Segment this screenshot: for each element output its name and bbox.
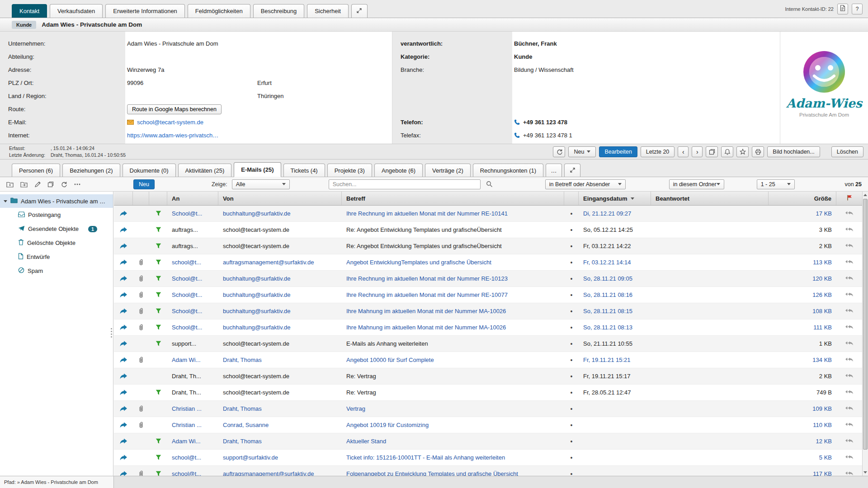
forward-icon[interactable] xyxy=(114,368,133,384)
folder-spam[interactable]: Spam xyxy=(0,264,113,278)
col-priority-flag[interactable] xyxy=(836,192,862,205)
email-row[interactable]: Adam Wi...Draht, ThomasAngebot 10000 für… xyxy=(114,352,862,368)
copy-icon[interactable] xyxy=(47,181,54,188)
delete-button[interactable]: Löschen xyxy=(831,146,863,157)
search-input[interactable] xyxy=(329,179,481,189)
new-folder-icon[interactable] xyxy=(6,181,14,188)
email-subject[interactable]: Vertrag xyxy=(342,401,564,417)
forward-icon[interactable] xyxy=(114,385,133,400)
folder-entwuerfe[interactable]: Entwürfe xyxy=(0,250,113,264)
forward-icon[interactable] xyxy=(114,450,133,465)
folder-geloeschte[interactable]: Gelöschte Objekte xyxy=(0,236,113,250)
more-tabs-button[interactable]: … xyxy=(546,164,562,177)
new-email-button[interactable]: Neu xyxy=(133,179,155,189)
prev-record-button[interactable]: ‹ xyxy=(678,146,689,157)
email-subject[interactable]: Ihre Rechnung im aktuellen Monat mit der… xyxy=(342,287,564,303)
col-flag[interactable] xyxy=(149,192,167,205)
forward-icon[interactable] xyxy=(114,466,133,476)
forward-icon[interactable] xyxy=(114,319,133,335)
col-eingangsdatum[interactable]: Eingangsdatum xyxy=(579,192,651,205)
reply-all-icon[interactable] xyxy=(836,352,862,368)
reply-all-icon[interactable] xyxy=(836,271,862,286)
email-row[interactable]: School@t...buchhaltung@surfaktiv.deIhre … xyxy=(114,319,862,336)
reply-all-icon[interactable] xyxy=(836,222,862,238)
tab-rechnungskonten[interactable]: Rechnungskonten (1) xyxy=(473,164,543,177)
forward-icon[interactable] xyxy=(114,433,133,449)
reply-all-icon[interactable] xyxy=(836,368,862,384)
col-attachment[interactable] xyxy=(133,192,149,205)
rename-icon[interactable] xyxy=(34,181,41,188)
email-subject[interactable]: Ihre Rechnung im aktuellen Monat mit der… xyxy=(342,206,564,221)
help-button[interactable]: ? xyxy=(852,4,863,14)
print-button[interactable] xyxy=(752,146,764,157)
forward-icon[interactable] xyxy=(114,206,133,221)
email-subject[interactable]: Ihre Mahnung im aktuellen Monat mit der … xyxy=(342,303,564,319)
email-row[interactable]: School@t...buchhaltung@surfaktiv.deIhre … xyxy=(114,271,862,287)
expand-tabs-button[interactable] xyxy=(351,4,368,18)
email-subject[interactable]: Angebot EntwicklungTemplates und grafisc… xyxy=(342,254,564,270)
col-forward[interactable] xyxy=(114,192,133,205)
email-subject[interactable]: Aktueller Stand xyxy=(342,433,564,449)
tab-dokumente[interactable]: Dokumente (0) xyxy=(123,164,176,177)
website-link[interactable]: https://www.adam-wies-privatsch… xyxy=(127,132,218,139)
forward-icon[interactable] xyxy=(114,352,133,368)
tab-erweiterte-informationen[interactable]: Erweiterte Informationen xyxy=(105,4,185,18)
next-record-button[interactable]: › xyxy=(692,146,703,157)
email-subject[interactable]: Angebot 10019 für Customizing xyxy=(342,417,564,433)
email-row[interactable]: school@t...auftragsmanagement@surfaktiv.… xyxy=(114,254,862,271)
tab-vertraege[interactable]: Verträge (2) xyxy=(425,164,471,177)
email-subject[interactable]: Re: Vertrag xyxy=(342,385,564,400)
tab-kontakt[interactable]: Kontakt xyxy=(12,4,47,18)
tab-aktivitaeten[interactable]: Aktivitäten (25) xyxy=(178,164,232,177)
email-row[interactable]: support...school@tecart-system.deE-Mails… xyxy=(114,336,862,352)
new-record-button[interactable]: Neu xyxy=(568,146,596,157)
email-row[interactable]: Christian ...Draht, ThomasVertrag•109 KB xyxy=(114,401,862,417)
tab-verkaufsdaten[interactable]: Verkaufsdaten xyxy=(50,4,103,18)
tab-beschreibung[interactable]: Beschreibung xyxy=(253,4,305,18)
reply-all-icon[interactable] xyxy=(836,206,862,221)
reply-all-icon[interactable] xyxy=(836,433,862,449)
reply-all-icon[interactable] xyxy=(836,319,862,335)
email-row[interactable]: Christian ...Conrad, SusanneAngebot 1001… xyxy=(114,417,862,433)
page-range-dropdown[interactable]: 1 - 25 xyxy=(757,179,795,189)
forward-icon[interactable] xyxy=(114,303,133,319)
forward-icon[interactable] xyxy=(114,254,133,270)
show-filter-dropdown[interactable]: Alle xyxy=(232,179,290,189)
scrollbar-thumb[interactable] xyxy=(863,199,868,450)
col-an[interactable]: An xyxy=(167,192,218,205)
col-betreff[interactable]: Betreff xyxy=(342,192,564,205)
forward-icon[interactable] xyxy=(114,401,133,417)
collapse-icon[interactable] xyxy=(4,200,7,202)
forward-icon[interactable] xyxy=(114,417,133,433)
reply-all-icon[interactable] xyxy=(836,417,862,433)
reply-all-icon[interactable] xyxy=(836,466,862,476)
email-row[interactable]: School@t...buchhaltung@surfaktiv.deIhre … xyxy=(114,303,862,319)
email-row[interactable]: auftrags...school@tecart-system.deRe: An… xyxy=(114,238,862,254)
email-row[interactable]: School@t...buchhaltung@surfaktiv.deIhre … xyxy=(114,206,862,222)
tab-angebote[interactable]: Angebote (6) xyxy=(374,164,423,177)
email-subject[interactable]: Ihre Mahnung im aktuellen Monat mit der … xyxy=(342,319,564,335)
email-subject[interactable]: Re: Angebot Entwicklung Templates und gr… xyxy=(342,222,564,238)
folder-posteingang[interactable]: Posteingang xyxy=(0,208,113,222)
email-row[interactable]: Draht, Th...school@tecart-system.deRe: V… xyxy=(114,368,862,385)
email-link[interactable]: school@tecart-system.de xyxy=(137,119,203,126)
copy-record-button[interactable] xyxy=(706,146,718,157)
reply-all-icon[interactable] xyxy=(836,238,862,254)
email-row[interactable]: school@t...support@surfaktiv.deTicket in… xyxy=(114,450,862,466)
folder-gesendete[interactable]: Gesendete Objekte 1 xyxy=(0,222,113,236)
email-row[interactable]: School@t...buchhaltung@surfaktiv.deIhre … xyxy=(114,287,862,303)
tab-emails[interactable]: E-Mails (25) xyxy=(234,162,281,177)
col-beantwortet[interactable]: Beantwortet xyxy=(651,192,769,205)
col-von[interactable]: Von xyxy=(218,192,342,205)
vertical-scrollbar[interactable] xyxy=(862,192,868,476)
folder-root[interactable]: Adam Wies - Privatschule am … xyxy=(0,194,113,208)
folder-scope-dropdown[interactable]: in diesem Ordner xyxy=(669,179,724,189)
route-google-maps-button[interactable]: Route in Google Maps berechnen xyxy=(127,104,222,114)
favorite-star-button[interactable] xyxy=(736,146,749,157)
tab-sicherheit[interactable]: Sicherheit xyxy=(307,4,349,18)
email-subject[interactable]: Angebot 10000 für Surf Complete xyxy=(342,352,564,368)
forward-icon[interactable] xyxy=(114,222,133,238)
reply-all-icon[interactable] xyxy=(836,450,862,465)
refresh-icon[interactable] xyxy=(61,181,67,188)
refresh-button[interactable] xyxy=(553,146,565,157)
